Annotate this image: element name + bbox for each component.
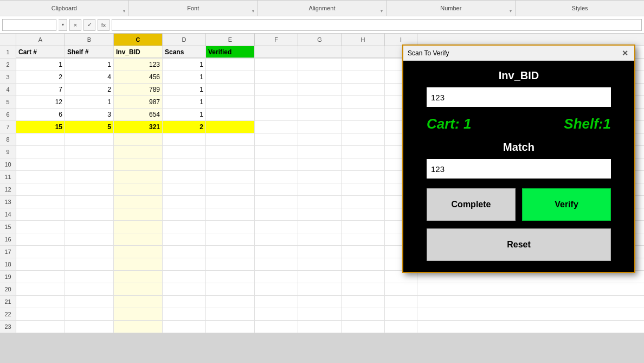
cell-B3[interactable]: 4 [65,71,114,83]
col-header-G[interactable]: G [298,34,342,46]
cell-H4[interactable] [342,84,385,95]
empty-row: 21 [0,296,644,308]
cell-C3[interactable]: 456 [114,71,163,83]
row-num-17: 17 [0,246,16,258]
row-num-5: 5 [0,96,16,108]
cell-E7[interactable] [206,121,255,133]
confirm-formula-button[interactable]: ✓ [83,19,95,31]
col-header-D[interactable]: D [163,34,206,46]
cell-B7[interactable]: 5 [65,121,114,133]
cell-D5[interactable]: 1 [163,96,206,108]
col-header-B[interactable]: B [65,34,114,46]
ribbon-font-label: Font [187,5,199,11]
cell-A2[interactable]: 1 [16,59,65,71]
cell-C7[interactable]: 321 [114,121,163,133]
cell-F3[interactable] [255,71,298,83]
row-num-11: 11 [0,171,16,183]
col-header-H[interactable]: H [342,34,385,46]
cell-E6[interactable] [206,109,255,120]
cell-H2[interactable] [342,59,385,71]
col-header-A[interactable]: A [16,34,65,46]
cell-G4[interactable] [298,84,342,95]
col-header-F[interactable]: F [255,34,298,46]
cancel-formula-button[interactable]: × [69,19,81,31]
inv-bid-input[interactable] [427,87,611,107]
cell-B2[interactable]: 1 [65,59,114,71]
cell-D6[interactable]: 1 [163,109,206,120]
empty-row: 23 [0,321,644,333]
cell-C1[interactable]: Inv_BID [114,46,163,58]
name-box[interactable] [2,19,56,31]
cell-C4[interactable]: 789 [114,84,163,95]
cart-value: 1 [463,116,471,132]
dialog-body: Inv_BID Cart: 1 Shelf:1 Match Complete V… [403,61,634,272]
verify-button[interactable]: Verify [522,188,611,221]
complete-button[interactable]: Complete [427,188,516,221]
row-num-21: 21 [0,296,16,308]
cell-D4[interactable]: 1 [163,84,206,95]
cell-A5[interactable]: 12 [16,96,65,108]
cell-G3[interactable] [298,71,342,83]
match-input[interactable] [427,159,611,179]
cell-D3[interactable]: 1 [163,71,206,83]
scan-verify-dialog: Scan To Verify ✕ Inv_BID Cart: 1 Shelf:1… [402,44,635,273]
col-header-E[interactable]: E [206,34,255,46]
cell-H6[interactable] [342,109,385,120]
row-num-2: 2 [0,59,16,71]
inv-bid-label: Inv_BID [499,69,539,82]
cell-G6[interactable] [298,109,342,120]
cell-C5[interactable]: 987 [114,96,163,108]
cell-B4[interactable]: 2 [65,84,114,95]
name-box-dropdown[interactable]: ▾ [59,19,67,31]
cell-B5[interactable]: 1 [65,96,114,108]
cell-E1[interactable]: Verified [206,46,255,58]
shelf-value: 1 [603,116,611,132]
cell-F1[interactable] [255,46,298,58]
row-num-16: 16 [0,233,16,245]
cell-H3[interactable] [342,71,385,83]
cell-F2[interactable] [255,59,298,71]
row-num-10: 10 [0,158,16,170]
ribbon-styles-label: Styles [572,5,588,11]
function-button[interactable]: fx [98,19,110,31]
cell-G1[interactable] [298,46,342,58]
cell-F6[interactable] [255,109,298,120]
cell-G7[interactable] [298,121,342,133]
cell-H7[interactable] [342,121,385,133]
cell-F7[interactable] [255,121,298,133]
reset-button[interactable]: Reset [427,228,611,261]
cell-E5[interactable] [206,96,255,108]
cell-D2[interactable]: 1 [163,59,206,71]
ribbon-number-arrow: ▾ [510,9,512,14]
cell-D1[interactable]: Scans [163,46,206,58]
ribbon-number-label: Number [440,5,461,11]
cell-A1[interactable]: Cart # [16,46,65,58]
ribbon-number: Number ▾ [387,1,516,16]
cell-F5[interactable] [255,96,298,108]
cell-G5[interactable] [298,96,342,108]
cell-E4[interactable] [206,84,255,95]
cell-D7[interactable]: 2 [163,121,206,133]
cell-F4[interactable] [255,84,298,95]
row-num-19: 19 [0,271,16,283]
cell-E3[interactable] [206,71,255,83]
col-header-C[interactable]: C [114,34,163,46]
ribbon-clipboard: Clipboard ▾ [0,1,129,16]
cell-H5[interactable] [342,96,385,108]
cell-G2[interactable] [298,59,342,71]
cell-A6[interactable]: 6 [16,109,65,120]
cell-H1[interactable] [342,46,385,58]
cell-A4[interactable]: 7 [16,84,65,95]
cell-C2[interactable]: 123 [114,59,163,71]
cell-E2[interactable] [206,59,255,71]
formula-input[interactable] [112,19,642,31]
row-num-7: 7 [0,121,16,133]
col-header-I[interactable]: I [385,34,417,46]
cell-A7[interactable]: 15 [16,121,65,133]
cell-C6[interactable]: 654 [114,109,163,120]
cell-A3[interactable]: 2 [16,71,65,83]
dialog-close-button[interactable]: ✕ [620,48,630,58]
cell-B1[interactable]: Shelf # [65,46,114,58]
cell-B6[interactable]: 3 [65,109,114,120]
row-num-15: 15 [0,221,16,233]
